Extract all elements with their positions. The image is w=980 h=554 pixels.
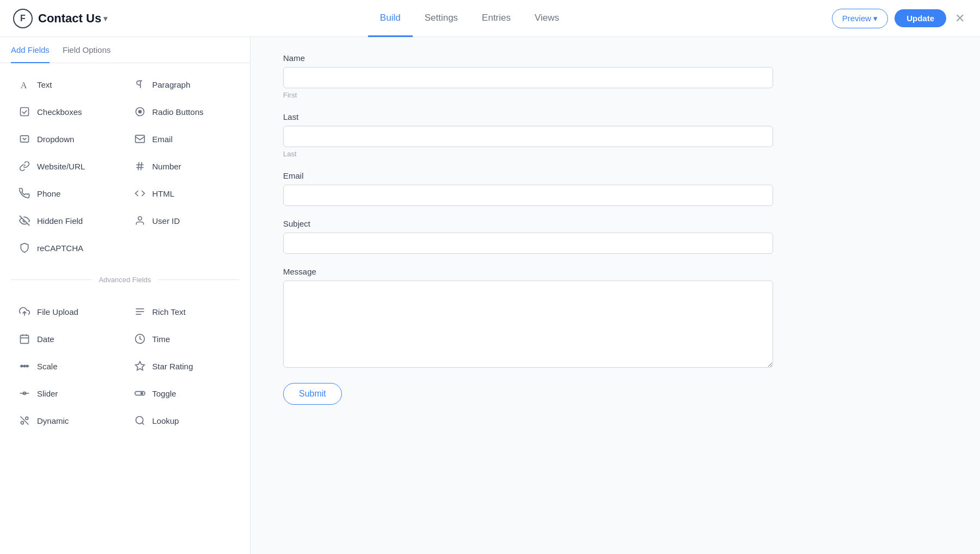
app-title: Contact Us ▾ [38,11,107,26]
phone-icon [17,186,32,200]
svg-rect-28 [134,392,144,395]
url-icon [17,159,32,173]
field-item-html[interactable]: HTML [126,181,240,206]
text-icon: A [17,77,32,92]
svg-point-23 [23,365,25,367]
rich-text-icon [133,305,147,319]
field-label-message: Message [283,267,773,276]
input-subject[interactable] [283,233,773,254]
field-item-lookup[interactable]: Lookup [126,408,240,433]
form-container: Name First Last Last Email Subject [283,53,773,405]
input-message[interactable] [283,281,773,368]
tab-add-fields[interactable]: Add Fields [11,38,50,63]
tab-build[interactable]: Build [368,1,413,37]
field-item-rich-text[interactable]: Rich Text [126,299,240,324]
field-label-email: Email [283,171,773,180]
field-item-dropdown[interactable]: Dropdown [11,126,124,151]
field-item-scale[interactable]: Scale [11,354,124,379]
tab-field-options[interactable]: Field Options [63,38,111,63]
input-name-last[interactable] [283,126,773,147]
field-item-star-rating[interactable]: Star Rating [126,354,240,379]
logo-icon: F [13,9,33,28]
body: Add Fields Field Options A Text Paragrap… [0,37,980,554]
header-nav: Build Settings Entries Views [368,0,571,36]
toggle-icon [133,386,147,400]
field-label-subject: Subject [283,219,773,228]
title-dropdown-arrow[interactable]: ▾ [103,14,107,23]
email-icon [133,132,147,146]
lookup-icon [133,413,147,428]
field-item-dynamic[interactable]: Dynamic [11,408,124,433]
field-item-slider[interactable]: Slider [11,381,124,406]
sidebar-tabs: Add Fields Field Options [0,37,250,63]
field-item-paragraph[interactable]: Paragraph [126,72,240,97]
svg-point-11 [138,217,142,221]
basic-fields-grid: A Text Paragraph Checkboxes [0,63,250,269]
form-field-name: Name First [283,53,773,99]
svg-rect-5 [135,135,144,142]
field-item-hidden-field[interactable]: Hidden Field [11,208,124,233]
header-right: Preview ▾ Update ✕ [832,9,967,28]
sublabel-name-first: First [283,91,773,99]
svg-rect-1 [21,108,29,116]
svg-text:A: A [21,80,27,90]
field-item-date[interactable]: Date [11,326,124,351]
tab-entries[interactable]: Entries [470,1,523,37]
field-label-last: Last [283,112,773,121]
field-item-checkboxes[interactable]: Checkboxes [11,99,124,124]
checkboxes-icon [17,105,32,119]
field-item-radio-buttons[interactable]: Radio Buttons [126,99,240,124]
field-item-email[interactable]: Email [126,126,240,151]
svg-point-33 [136,417,143,424]
field-item-phone[interactable]: Phone [11,181,124,206]
user-icon [133,214,147,228]
field-item-toggle[interactable]: Toggle [126,381,240,406]
form-field-email: Email [283,171,773,206]
date-icon [17,332,32,346]
advanced-fields-label: Advanced Fields [92,276,157,284]
svg-marker-25 [135,362,144,370]
sublabel-name-last: Last [283,150,773,158]
svg-point-3 [138,110,142,114]
field-item-recaptcha[interactable]: reCAPTCHA [11,235,124,260]
tab-views[interactable]: Views [523,1,571,37]
svg-point-22 [21,365,22,367]
input-email[interactable] [283,185,773,206]
field-item-text[interactable]: A Text [11,72,124,97]
header: F Contact Us ▾ Build Settings Entries Vi… [0,0,980,37]
time-icon [133,332,147,346]
dropdown-icon [17,132,32,146]
close-button[interactable]: ✕ [953,9,967,28]
advanced-fields-grid: File Upload Rich Text Date [0,290,250,442]
form-field-name-last: Last Last [283,112,773,158]
paragraph-icon [133,77,147,92]
field-item-user-id[interactable]: User ID [126,208,240,233]
submit-button[interactable]: Submit [283,383,342,405]
field-item-time[interactable]: Time [126,326,240,351]
form-field-subject: Subject [283,219,773,254]
field-item-website-url[interactable]: Website/URL [11,154,124,179]
star-icon [133,359,147,373]
main-content: Name First Last Last Email Subject [250,37,980,554]
advanced-fields-divider: Advanced Fields [0,271,250,288]
svg-rect-4 [21,136,29,142]
header-left: F Contact Us ▾ [13,9,107,28]
svg-line-34 [142,423,144,425]
preview-button[interactable]: Preview ▾ [832,9,888,28]
field-item-number[interactable]: Number [126,154,240,179]
form-field-message: Message [283,267,773,370]
recaptcha-icon [17,241,32,255]
tab-settings[interactable]: Settings [413,1,470,37]
file-upload-icon [17,305,32,319]
input-name-first[interactable] [283,67,773,88]
update-button[interactable]: Update [895,9,946,27]
html-icon [133,186,147,200]
field-item-file-upload[interactable]: File Upload [11,299,124,324]
field-label-name: Name [283,53,773,63]
scale-icon [17,359,32,373]
svg-point-30 [26,417,28,419]
svg-line-8 [138,162,139,171]
radio-icon [133,105,147,119]
slider-icon [17,386,32,400]
svg-point-31 [21,422,23,424]
